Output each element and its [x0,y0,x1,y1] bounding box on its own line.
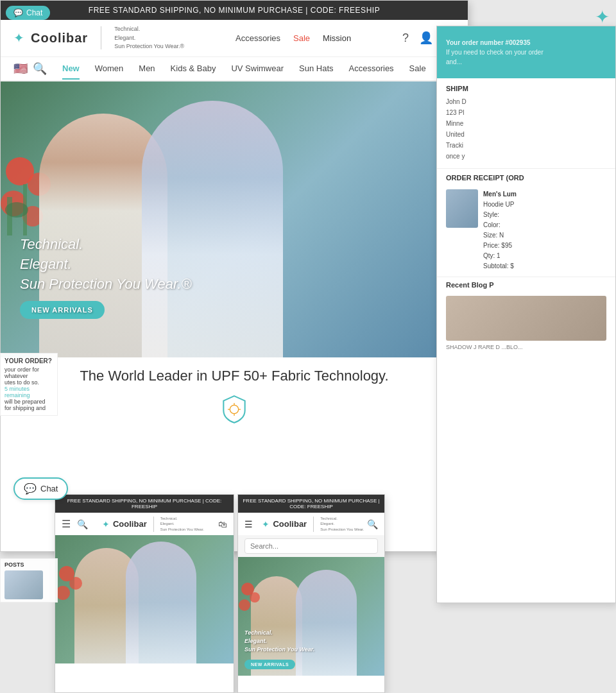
coolibar-logo-leaf: ✦ [13,30,24,46]
phone2-search-bar [238,535,384,557]
order-receipt-window: Your order number #002935 If you need to… [436,26,616,603]
phone1-logo-area: ✦ Coolibar Technical. Elegant. Sun Prote… [102,516,204,532]
phone2-search-input[interactable] [244,538,378,554]
hero-banner: Technical. Elegant. Sun Protection You W… [1,81,468,357]
nav-sale[interactable]: Sale [293,33,310,43]
chat-widget[interactable]: 💬 Chat [13,477,68,500]
left-order-fragment: YOUR ORDER? your order for whatever utes… [0,353,58,416]
subnav-women[interactable]: Women [95,58,124,78]
subnav-sun-hats[interactable]: Sun Hats [299,58,333,78]
order-receipt-title: ORDER RECEIPT (Ord [437,169,615,184]
top-chat-label: Chat [26,8,42,17]
blog-caption: SHADOW J RARE D ...blo... [446,343,606,352]
phone2-hamburger[interactable]: ☰ [244,519,253,529]
chat-widget-icon: 💬 [24,483,37,495]
logo-divider [101,26,101,49]
svg-point-14 [56,586,70,600]
header-nav-links: Accessories Sale Mission [235,33,351,43]
svg-point-7 [230,405,238,413]
svg-point-6 [5,202,28,218]
nav-mission[interactable]: Mission [323,33,351,43]
hero-cta-button[interactable]: NEW ARRIVALS [20,301,105,319]
cancel-order-title: YOUR ORDER? [4,357,53,364]
promo-text: FREE STANDARD SHIPPING, NO MINIMUM PURCH… [89,6,380,15]
phone2-cta-button[interactable]: NEW ARRIVALS [244,660,295,669]
phone-window-2: FREE STANDARD SHIPPING, NO MINIMUM PURCH… [237,494,385,693]
subnav-sale[interactable]: Sale [409,58,426,78]
product-thumbnail [446,189,478,228]
user-icon[interactable]: 👤 [419,31,433,45]
flag-search-area: 🇺🇸 🔍 [13,62,47,76]
help-icon[interactable]: ? [402,31,409,45]
phone1-header: ☰ 🔍 ✦ Coolibar Technical. Elegant. Sun P… [55,513,234,535]
hero-text-overlay: Technical. Elegant. Sun Protection You W… [20,235,192,318]
shield-icon-area [1,389,468,432]
phone1-logo-text[interactable]: Coolibar [113,519,147,529]
phone2-leaf-icon: ✦ [262,519,270,529]
phone1-hero-banner [55,535,234,663]
recent-posts-label: Recent Blog P [437,277,615,291]
nav-accessories[interactable]: Accessories [235,33,280,43]
subnav-new[interactable]: New [62,58,80,80]
order-product-row: Men's Lum Hoodie UP Style: Color: Size: … [437,184,615,277]
promo-bar: FREE STANDARD SHIPPING, NO MINIMUM PURCH… [1,1,468,20]
phone2-hero-banner: Technical. Elegant. Sun Protection You W… [238,557,384,676]
hamburger-icon[interactable]: ☰ [62,518,71,530]
hero-figure-right [142,101,283,357]
phone1-flowers [55,548,87,625]
phone2-figure-right [296,570,357,676]
phone1-logo-divider [153,517,154,532]
phone1-figure-right [126,542,196,663]
subnav-men[interactable]: Men [139,58,155,78]
blog-thumbnail [446,296,606,341]
shipping-fields: John D 123 Pl Minne United Tracki once y [446,96,606,162]
top-right-leaf-icon: ✦ [595,6,610,28]
svg-point-17 [239,599,250,611]
phone2-logo-text[interactable]: Coolibar [273,519,307,529]
subnav-kids-baby[interactable]: Kids & Baby [171,58,216,78]
phone2-text-overlay: Technical. Elegant. Sun Protection You W… [244,629,314,653]
left-posts-fragment: POSTS [0,558,58,603]
search-icon[interactable]: 🔍 [33,62,47,76]
site-header: ✦ Coolibar Technical. Elegant. Sun Prote… [1,20,468,57]
phone2-search-icon[interactable]: 🔍 [367,519,378,529]
world-leader-heading: The World Leader in UPF 50+ Fabric Techn… [1,357,468,389]
main-browser-window: 💬 Chat FREE STANDARD SHIPPING, NO MINIMU… [0,0,468,552]
order-message2: and... [446,57,606,67]
sub-navigation: 🇺🇸 🔍 New Women Men Kids & Baby UV Swimwe… [1,57,468,81]
logo-area: ✦ Coolibar Technical. Elegant. Sun Prote… [13,25,184,51]
phone1-promo-text: FREE STANDARD SHIPPING, NO MINIMUM PURCH… [67,498,222,509]
order-message: If you need to check on your order [446,47,606,57]
phone1-tagline: Technical. Elegant. Sun Protection You W… [160,516,204,532]
subnav-accessories[interactable]: Accessories [349,58,394,78]
svg-point-13 [69,577,82,590]
logo-text[interactable]: Coolibar [31,31,88,46]
phone1-menu-area: ☰ 🔍 [62,518,88,530]
chat-bubble-icon: 💬 [13,8,23,17]
recent-posts-fragment: POSTS [4,561,53,568]
subheading-text: The World Leader in UPF 50+ Fabric Techn… [80,368,388,384]
subnav-uv-swimwear[interactable]: UV Swimwear [231,58,284,78]
logo-tagline: Technical. Elegant. Sun Protection You W… [114,25,184,51]
product-details: Men's Lum Hoodie UP Style: Color: Size: … [483,189,517,271]
chat-widget-label: Chat [40,484,58,493]
phone2-flowers [238,567,264,631]
phone-window-1: FREE STANDARD SHIPPING, NO MINIMUM PURCH… [55,494,234,693]
flag-icon[interactable]: 🇺🇸 [13,62,28,76]
top-chat-badge[interactable]: 💬 Chat [6,6,50,20]
phone1-cart-icon[interactable]: 🛍 [218,519,227,529]
phone2-tagline: Technical. Elegant. Sun Protection You W… [320,516,364,532]
phone1-leaf-icon: ✦ [102,519,110,529]
hero-tagline: Technical. Elegant. Sun Protection You W… [20,235,192,294]
order-teal-band: Your order number #002935 If you need to… [437,26,615,78]
svg-point-16 [250,592,260,603]
phone2-logo-area: ☰ ✦ Coolibar Technical. Elegant. Sun Pro… [244,516,364,532]
phone2-header: ☰ ✦ Coolibar Technical. Elegant. Sun Pro… [238,513,384,535]
blog-section: SHADOW J RARE D ...blo... [437,291,615,357]
blog-mini-thumb [4,570,43,599]
shipping-section: SHIPM John D 123 Pl Minne United Tracki … [437,78,615,169]
order-number: Your order number #002935 [446,38,606,47]
phone2-promo-bar: FREE STANDARD SHIPPING, NO MINIMUM PURCH… [238,495,384,513]
phone1-search-icon[interactable]: 🔍 [77,519,88,529]
phone2-logo-divider [313,517,314,532]
